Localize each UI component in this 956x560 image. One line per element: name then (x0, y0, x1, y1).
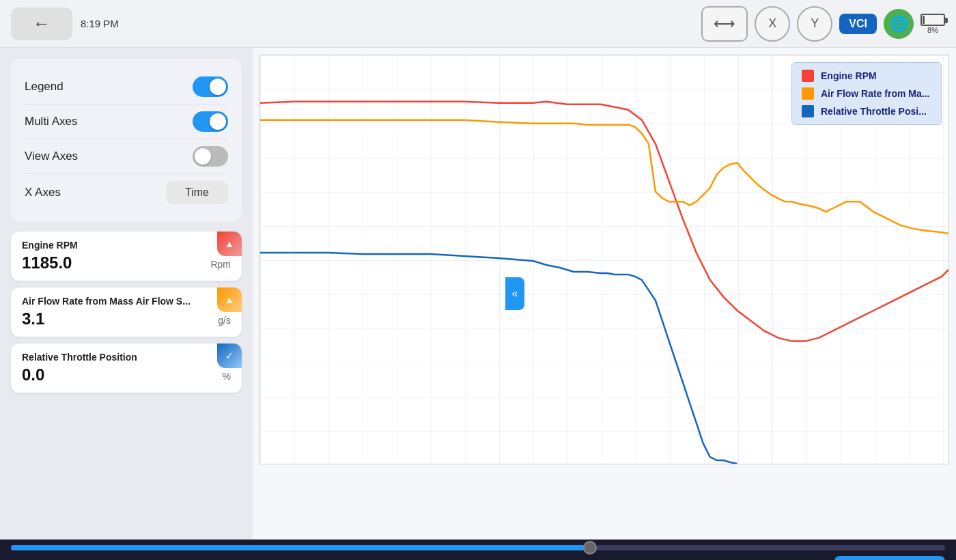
x-axes-label: X Axes (25, 186, 61, 199)
globe-icon[interactable]: 🌐 (884, 9, 914, 39)
battery-area: 8% (920, 14, 945, 34)
airflow-label: Air Flow Rate from Mass Air Flow S... (22, 296, 231, 307)
collapse-icon: « (512, 288, 518, 300)
multi-axes-row: Multi Axes (25, 104, 228, 139)
timeline-row (11, 545, 945, 550)
airflow-indicator: ▲ (217, 288, 242, 312)
airflow-value: 3.1 (22, 309, 231, 328)
throttle-indicator: ✓ (217, 344, 242, 368)
x-icon: X (768, 16, 776, 31)
main-area: Legend Multi Axes View Axes X Axes Time (0, 48, 956, 540)
view-axes-label: View Axes (25, 150, 78, 163)
engine-rpm-unit: Rpm (210, 259, 231, 270)
x-axes-row: X Axes Time (25, 174, 228, 211)
battery-pct: 8% (927, 26, 938, 34)
legend-label-airflow: Air Flow Rate from Ma... (821, 88, 929, 99)
view-axes-row: View Axes (25, 139, 228, 174)
legend-row: Legend (25, 70, 228, 104)
collapse-button[interactable]: « (505, 277, 524, 310)
chart-container: Engine RPM Air Flow Rate from Ma... Rela… (259, 55, 949, 464)
timeline-fill (11, 545, 590, 550)
back-button[interactable]: ← (11, 8, 72, 40)
x-axes-button[interactable]: Time (166, 181, 228, 204)
legend-color-rpm (802, 70, 814, 82)
legend-label-rpm: Engine RPM (821, 70, 877, 81)
x-axis-button[interactable]: X (755, 6, 790, 42)
topbar-icons: ⟷ X Y VCI 🌐 8% (701, 6, 945, 42)
chart-area: Engine RPM Air Flow Rate from Ma... Rela… (253, 48, 956, 540)
right-controls: 🔊 + 🚗 📹 bekomcar.com (746, 556, 945, 560)
timeline-thumb[interactable] (583, 541, 597, 555)
battery-icon (920, 14, 945, 26)
axes-icon: ⟷ (714, 15, 735, 33)
timeline-track[interactable] (11, 545, 945, 550)
throttle-card: ✓ Relative Throttle Position 0.0 % (11, 344, 242, 393)
legend-color-throttle (802, 105, 814, 117)
control-buttons: ⏮ ◁ ⌂ ▶ ≡ (285, 557, 390, 560)
left-panel: Legend Multi Axes View Axes X Axes Time (0, 48, 253, 540)
chart-legend: Engine RPM Air Flow Rate from Ma... Rela… (791, 62, 942, 125)
legend-toggle[interactable] (193, 76, 228, 97)
throttle-label: Relative Throttle Position (22, 352, 231, 363)
play-button[interactable]: ▶ (354, 557, 370, 560)
engine-rpm-value: 1185.0 (22, 253, 231, 272)
axes-button[interactable]: ⟷ (701, 6, 748, 42)
engine-rpm-card: ▲ Engine RPM 1185.0 Rpm (11, 232, 242, 281)
vci-badge: VCI (839, 14, 877, 34)
legend-item-rpm: Engine RPM (802, 70, 931, 82)
y-icon: Y (811, 16, 819, 31)
legend-item-airflow: Air Flow Rate from Ma... (802, 87, 931, 100)
multi-axes-toggle[interactable] (193, 111, 228, 132)
legend-label: Legend (25, 80, 64, 94)
engine-rpm-indicator: ▲ (217, 232, 242, 256)
legend-item-throttle: Relative Throttle Posi... (802, 105, 931, 117)
controls-row: Time: 00:04/00:00:06 📷 🔊 ⏮ ◁ ⌂ ▶ ≡ Frame… (11, 556, 945, 560)
throttle-unit: % (223, 371, 231, 382)
bottom-bar: Time: 00:04/00:00:06 📷 🔊 ⏮ ◁ ⌂ ▶ ≡ Frame… (0, 540, 956, 560)
back-arrow-icon: ← (33, 13, 51, 34)
time-display: 8:19 PM (81, 18, 119, 29)
engine-rpm-label: Engine RPM (22, 240, 231, 251)
topbar: ← 8:19 PM ⟷ X Y VCI 🌐 8% (0, 0, 956, 48)
throttle-value: 0.0 (22, 365, 231, 384)
multi-axes-label: Multi Axes (25, 115, 77, 128)
settings-card: Legend Multi Axes View Axes X Axes Time (11, 59, 242, 222)
legend-label-throttle: Relative Throttle Posi... (821, 106, 927, 117)
globe-symbol: 🌐 (890, 15, 908, 33)
view-axes-toggle[interactable] (193, 146, 228, 167)
airflow-unit: g/s (218, 315, 231, 326)
bekomcar-logo: bekomcar.com (834, 556, 945, 560)
y-axis-button[interactable]: Y (797, 6, 832, 42)
airflow-card: ▲ Air Flow Rate from Mass Air Flow S... … (11, 288, 242, 337)
legend-color-airflow (802, 87, 814, 100)
